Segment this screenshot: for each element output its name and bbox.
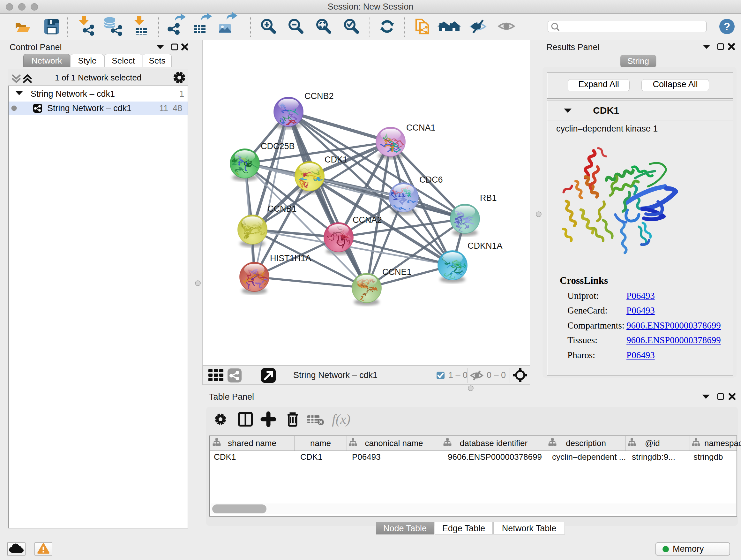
svg-text:CDKN1A: CDKN1A — [468, 241, 502, 251]
svg-text:CDC6: CDC6 — [419, 175, 443, 185]
svg-text:CCNA2: CCNA2 — [353, 215, 382, 225]
svg-text:CCNE1: CCNE1 — [382, 267, 412, 277]
svg-text:CCNA1: CCNA1 — [406, 123, 435, 132]
svg-text:CCNB2: CCNB2 — [305, 91, 334, 101]
svg-text:HIST1H1A: HIST1H1A — [270, 253, 311, 263]
svg-text:CCNB1: CCNB1 — [267, 204, 297, 213]
svg-text:RB1: RB1 — [480, 193, 497, 203]
svg-text:CDK1: CDK1 — [325, 155, 347, 165]
svg-text:CDC25B: CDC25B — [261, 141, 295, 151]
